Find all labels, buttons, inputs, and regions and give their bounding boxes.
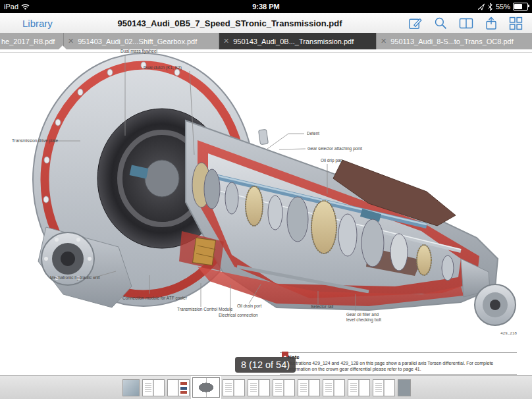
tab-label: 950113_Audi_8-S...to_Trans_OC8.pdf [390,38,514,45]
callout-connection-module-atf-cooler: Connection module for ATF cooler [122,296,187,301]
thumbnail-strip[interactable] [0,375,532,399]
pdf-page[interactable]: Dual mass flywheel Dual clutch (K1, K2) … [0,49,532,375]
thumbnail-page[interactable] [167,379,190,396]
callout-transmission-control-module: Transmission Control Module [177,307,232,312]
tab-2017-r8[interactable]: he_2017_R8.pdf [0,33,64,49]
figure-reference-number: 429_218 [488,331,517,335]
tab-auto-trans-oc8[interactable]: ✕ 950113_Audi_8-S...to_Trans_OC8.pdf [377,33,532,49]
search-icon[interactable] [434,16,448,30]
grid-view-icon[interactable] [509,16,523,30]
bluetooth-icon [487,3,493,11]
thumbnail-page[interactable] [273,379,295,396]
page-view-icon[interactable] [459,16,473,30]
thumbnail-page[interactable] [223,379,245,396]
callout-selector-rail: Selector rail [311,304,333,309]
thumbnail-page[interactable] [298,379,320,396]
thumbnail-current-page[interactable] [192,377,220,398]
thumbnail-page[interactable] [122,379,140,396]
thumbnail-page[interactable] [142,379,165,396]
status-bar: iPad 9:38 PM 55% [0,0,532,13]
note-body: Illustrations 429_124 and 429_128 on thi… [288,360,517,372]
tab-notch [59,45,66,49]
page-indicator: 8 (12 of 54) [235,357,296,373]
callout-gear-oil-filler: Gear oil filler and level checking bolt [346,312,383,323]
callout-detent: Detent [307,131,319,136]
share-icon[interactable] [485,16,498,30]
battery-icon [513,3,528,11]
callout-dual-clutch: Dual clutch (K1, K2) [144,65,182,70]
tab-bar: he_2017_R8.pdf ✕ 951403_Audi_02...Shift_… [0,33,532,49]
close-icon[interactable]: ✕ [381,38,386,45]
callout-oil-drain-port: Oil drain port [237,304,261,309]
tab-stronic-transmission-active[interactable]: ✕ 950143_Audi_0B..._Transmission.pdf [219,33,377,49]
tab-label: 951403_Audi_02...Shift_Gearbox.pdf [78,38,197,45]
clock: 9:38 PM [0,3,532,11]
annotate-icon[interactable] [409,16,423,30]
callout-mechatronic-hydraulic-unit: Mechatronic hydraulic unit [50,275,100,280]
location-arrow-icon [477,3,485,11]
tab-label: he_2017_R8.pdf [1,38,55,45]
thumbnail-page[interactable] [398,379,411,396]
callout-oil-drip-pan: Oil drip pan [321,158,342,163]
document-title: 950143_Audi_0B5_7_Speed_STronic_Transmis… [79,18,381,28]
callout-gear-selector-attaching-point: Gear selector attaching point [307,146,362,151]
note-block: Note Illustrations 429_124 and 429_128 o… [280,352,517,375]
transmission-cutaway-illustration [0,49,532,375]
callout-electrical-connection: Electrical connection [219,313,258,318]
thumbnail-page[interactable] [373,379,395,396]
tab-shift-gearbox[interactable]: ✕ 951403_Audi_02...Shift_Gearbox.pdf [64,33,219,49]
callout-dual-mass-flywheel: Dual mass flywheel [120,49,157,54]
ipad-pdf-app: iPad 9:38 PM 55% Library 950143_Audi_0B5… [0,0,532,399]
library-button[interactable]: Library [22,18,53,29]
thumbnail-page[interactable] [348,379,370,396]
thumbnail-page[interactable] [323,379,345,396]
note-title: Note [288,354,517,360]
close-icon[interactable]: ✕ [223,38,229,45]
battery-percent: 55% [496,3,510,11]
callout-transmission-drive-plate: Transmission drive plate [12,138,58,144]
nav-bar: Library 950143_Audi_0B5_7_Speed_STronic_… [0,13,532,33]
tab-label: 950143_Audi_0B..._Transmission.pdf [233,38,354,45]
close-icon[interactable]: ✕ [68,38,74,45]
thumbnail-page[interactable] [248,379,270,396]
